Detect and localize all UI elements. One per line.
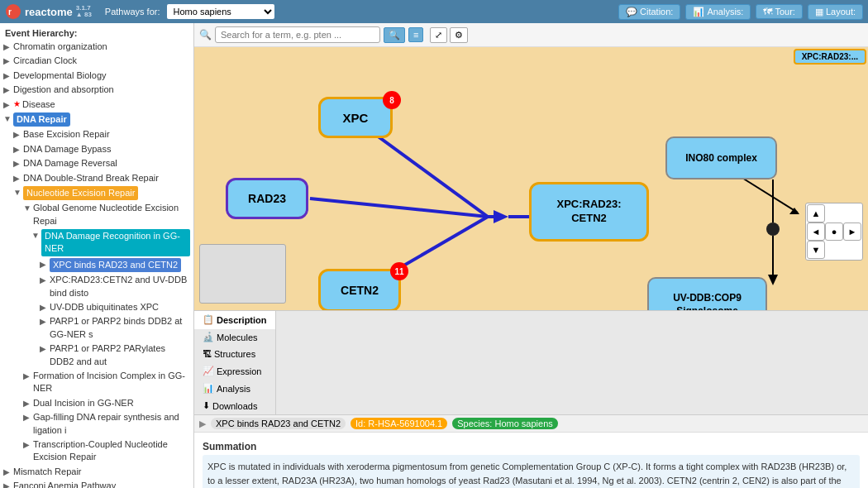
analysis-button[interactable]: 📊 Analysis: <box>685 4 751 20</box>
sidebar-item-formation_incision[interactable]: ▶Formation of Incision Complex in GG-NER <box>0 369 193 396</box>
expand-icon: ▶ <box>40 343 50 355</box>
rad23-node[interactable]: RAD23 <box>226 178 308 219</box>
sidebar-item-circadian[interactable]: ▶Circadian Clock <box>0 54 193 68</box>
expand-icon: ▶ <box>13 158 23 170</box>
sidebar-item-mismatch[interactable]: ▶Mismatch Repair <box>0 465 193 479</box>
sidebar-item-label: Gap-filling DNA repair synthesis and lig… <box>33 411 190 437</box>
expand-icon: ▶ <box>40 275 50 286</box>
sidebar-item-label: Formation of Incision Complex in GG-NER <box>33 370 190 395</box>
expand-icon: ▼ <box>13 187 23 199</box>
svg-marker-9 <box>789 208 799 214</box>
breadcrumb-pathway[interactable]: XPC binds RAD23 and CETN2 <box>211 418 346 429</box>
tab-icon-structures: 🏗 <box>203 349 212 359</box>
breadcrumb-id: Id: R-HSA-5691004.1 <box>351 418 447 429</box>
citation-button[interactable]: 💬 Citation: <box>618 4 680 20</box>
sidebar-item-label: Chromatin organization <box>13 41 107 53</box>
sidebar-item-dna_damage_ggner[interactable]: ▼DNA Damage Recognition in GG-NER <box>0 228 193 257</box>
sidebar-item-label: Base Excision Repair <box>23 128 110 141</box>
tab-label-analysis: Analysis <box>217 384 250 394</box>
sidebar-item-parp1_parp2_binds[interactable]: ▶PARP1 or PARP2 binds DDB2 at GG-NER s <box>0 314 193 342</box>
tab-structures[interactable]: 🏗Structures <box>194 346 276 362</box>
version-text: 3.1.7▲ 83 <box>76 5 92 18</box>
reactome-logo-icon: r <box>5 3 21 20</box>
sidebar-tree: ▶Chromatin organization▶Circadian Clock▶… <box>0 40 193 488</box>
expand-icon: ▶ <box>40 302 50 313</box>
layout-icon: ▦ <box>815 7 823 17</box>
settings-button[interactable]: ⚙ <box>450 27 468 43</box>
sidebar-item-dna_damage_reversal[interactable]: ▶DNA Damage Reversal <box>0 156 193 170</box>
xpc-node[interactable]: XPC <box>318 97 393 138</box>
reactome-logo: r reactome 3.1.7▲ 83 <box>5 3 92 20</box>
xpc-badge: 8 <box>383 91 401 109</box>
uvddb-node[interactable]: UV-DDB:COP9Signalosome <box>647 277 767 310</box>
cetn2-node[interactable]: CETN2 <box>318 269 401 310</box>
expand-icon: ▶ <box>3 70 13 82</box>
toolbar-buttons: 💬 Citation: 📊 Analysis: 🗺 Tour: ▦ Layout… <box>618 4 863 20</box>
nav-left-button[interactable]: ◄ <box>807 222 825 241</box>
topright-node[interactable]: XPC:RAD23:... <box>794 49 866 65</box>
pathway-diagram[interactable]: XPC:RAD23:... XPC 8 RAD23 CETN2 11 XPC:R… <box>194 47 868 310</box>
sidebar-item-tc_ner[interactable]: ▶Transcription-Coupled Nucleotide Excisi… <box>0 438 193 465</box>
tour-icon: 🗺 <box>763 7 772 17</box>
sidebar-item-dna_repair[interactable]: ▼DNA Repair <box>0 112 193 127</box>
sidebar-item-global_genome[interactable]: ▼Global Genome Nucleotide Excision Repai <box>0 201 193 228</box>
detail-tabs: 📋Description🔬Molecules🏗Structures📈Expres… <box>194 311 868 415</box>
svg-marker-13 <box>768 275 778 285</box>
tour-button[interactable]: 🗺 Tour: <box>756 4 802 19</box>
tab-expression[interactable]: 📈Expression <box>194 362 276 380</box>
sidebar-item-fanconi[interactable]: ▶Fanconi Anemia Pathway <box>0 479 193 488</box>
expand-icon: ▼ <box>3 113 13 125</box>
tab-molecules[interactable]: 🔬Molecules <box>194 328 276 346</box>
tab-downloads[interactable]: ⬇Downloads <box>194 397 276 414</box>
search-button[interactable]: 🔍 <box>384 27 405 43</box>
nav-down-button[interactable]: ▼ <box>807 241 825 259</box>
tab-label-description: Description <box>217 315 267 325</box>
sidebar-item-nucleotide_excision[interactable]: ▼Nucleotide Excision Repair <box>0 185 193 201</box>
fit-button[interactable]: ⤢ <box>430 27 447 43</box>
svg-line-3 <box>310 199 488 217</box>
nav-right-button[interactable]: ► <box>843 222 861 241</box>
sidebar-item-label: PARP1 or PARP2 binds DDB2 at GG-NER s <box>50 315 190 341</box>
svg-point-10 <box>766 222 780 236</box>
sidebar-item-gap_filling[interactable]: ▶Gap-filling DNA repair synthesis and li… <box>0 410 193 438</box>
expand-icon: ▼ <box>23 203 33 214</box>
expand-icon: ▶ <box>3 466 13 478</box>
sidebar: Event Hierarchy: ▶Chromatin organization… <box>0 23 194 488</box>
detail-breadcrumb: ▶ XPC binds RAD23 and CETN2 Id: R-HSA-56… <box>194 415 868 433</box>
sidebar-item-digestion[interactable]: ▶Digestion and absorption <box>0 83 193 97</box>
sidebar-item-xpc_rad23_uvddb[interactable]: ▶XPC:RAD23:CETN2 and UV-DDB bind disto <box>0 273 193 300</box>
nav-center-button[interactable]: ● <box>825 222 843 241</box>
tab-icon-analysis: 📊 <box>203 383 214 394</box>
tab-analysis[interactable]: 📊Analysis <box>194 380 276 397</box>
sidebar-item-dna_damage_bypass[interactable]: ▶DNA Damage Bypass <box>0 142 193 156</box>
sidebar-item-base_excision[interactable]: ▶Base Excision Repair <box>0 127 193 141</box>
sidebar-item-parp1_parp2_pary[interactable]: ▶PARP1 or PARP2 PARylates DDB2 and aut <box>0 342 193 369</box>
tab-description[interactable]: 📋Description <box>194 311 276 329</box>
sidebar-item-label: XPC:RAD23:CETN2 and UV-DDB bind disto <box>50 274 190 299</box>
sidebar-item-xpc_binds[interactable]: ▶XPC binds RAD23 and CETN2 <box>0 257 193 273</box>
nav-up-button[interactable]: ▲ <box>807 204 825 222</box>
nav-lr: ◄ ● ► <box>807 222 861 241</box>
sidebar-item-uvddb_ubiquitinates[interactable]: ▶UV-DDB ubiquitinates XPC <box>0 300 193 314</box>
sidebar-item-chromatin[interactable]: ▶Chromatin organization <box>0 40 193 54</box>
xpc-rad23-cetn2-label: XPC:RAD23:CETN2 <box>556 198 621 226</box>
sidebar-item-label: Nucleotide Excision Repair <box>23 186 138 200</box>
sidebar-item-dna_double_strand[interactable]: ▶DNA Double-Strand Break Repair <box>0 171 193 185</box>
layout-button[interactable]: ▦ Layout: <box>808 4 863 20</box>
expand-icon: ▶ <box>13 173 23 184</box>
sidebar-item-label: Digestion and absorption <box>13 84 114 96</box>
sidebar-item-disease[interactable]: ▶★Disease <box>0 98 193 112</box>
ino80-label: INO80 complex <box>685 152 757 164</box>
species-select[interactable]: Homo sapiens <box>167 4 274 19</box>
sidebar-item-label: DNA Damage Reversal <box>23 157 117 170</box>
sidebar-item-label: DNA Damage Bypass <box>23 143 111 155</box>
sidebar-item-developmental[interactable]: ▶Developmental Biology <box>0 69 193 83</box>
expand-icon: ▶ <box>23 398 33 409</box>
cetn2-label: CETN2 <box>341 284 379 297</box>
citation-icon: 💬 <box>626 7 637 17</box>
xpc-rad23-cetn2-node[interactable]: XPC:RAD23:CETN2 <box>529 182 649 242</box>
filter-button[interactable]: ≡ <box>408 27 423 42</box>
ino80-node[interactable]: INO80 complex <box>665 136 777 179</box>
sidebar-item-dual_incision[interactable]: ▶Dual Incision in GG-NER <box>0 396 193 410</box>
search-input[interactable] <box>215 26 380 43</box>
